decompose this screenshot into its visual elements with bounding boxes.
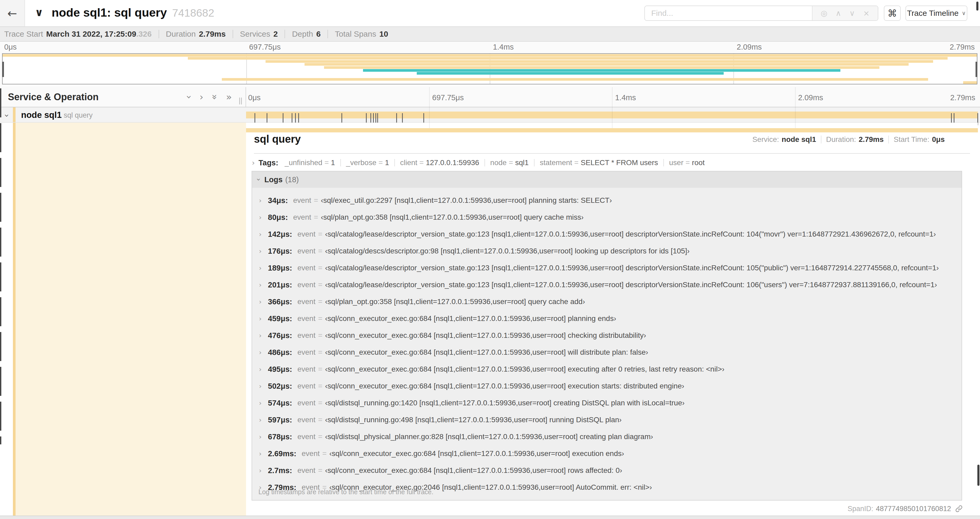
tag-key: statement (540, 158, 572, 167)
log-expand-chevron-icon[interactable]: › (259, 399, 268, 407)
log-expand-chevron-icon[interactable]: › (259, 416, 268, 424)
tag-equals: = (419, 158, 423, 167)
logs-footer-note: Log timestamps are relative to the start… (258, 488, 433, 496)
tag-item[interactable]: _unfinished=1 (285, 158, 335, 167)
keyboard-shortcuts-button[interactable]: ⌘ (884, 6, 901, 21)
log-equals: = (318, 297, 322, 306)
collapse-all-icon[interactable]: » (210, 94, 220, 100)
log-expand-chevron-icon[interactable]: › (259, 230, 268, 238)
log-timestamp: 502μs: (268, 382, 292, 391)
log-expand-chevron-icon[interactable]: › (259, 248, 268, 255)
log-row[interactable]: ›476μs:event=‹sql/conn_executor_exec.go:… (252, 327, 962, 344)
minimap-canvas[interactable] (2, 53, 977, 85)
tags-label: Tags: (258, 158, 278, 167)
log-row[interactable]: ›574μs:event=‹sql/distsql_running.go:142… (252, 394, 962, 411)
span-collapse-chevron-icon[interactable]: › (2, 114, 11, 117)
meta-label: Start Time: (894, 135, 929, 144)
log-expand-chevron-icon[interactable]: › (259, 349, 268, 356)
log-field-name: event (293, 213, 312, 222)
tag-item[interactable]: _verbose=1 (346, 158, 389, 167)
minimap-span-bar (417, 72, 724, 75)
tags-expand-chevron-icon[interactable]: › (252, 158, 255, 167)
logs-header[interactable]: › Logs (18) (252, 171, 962, 188)
span-operation-name[interactable]: sql query (64, 111, 93, 120)
meta-value: node sql1 (782, 135, 816, 144)
info-label: Depth (292, 30, 313, 38)
tag-item[interactable]: statement=SELECT * FROM users (540, 158, 658, 167)
log-expand-chevron-icon[interactable]: › (259, 467, 268, 474)
log-timestamp: 201μs: (268, 281, 292, 289)
log-equals: = (318, 382, 322, 390)
logs-collapse-chevron-icon[interactable]: › (255, 178, 262, 181)
log-expand-chevron-icon[interactable]: › (259, 264, 268, 272)
span-row[interactable]: › node sql1 sql query (0, 107, 980, 123)
minimap-left-drag-handle[interactable] (2, 62, 4, 77)
trace-info-item: Services2 (240, 30, 278, 38)
log-field-name: event (298, 230, 316, 238)
log-row[interactable]: ›189μs:event=‹sql/catalog/lease/descript… (252, 260, 962, 276)
info-value: 2.79ms (199, 30, 226, 38)
minimap-right-drag-handle[interactable] (975, 62, 977, 77)
log-row[interactable]: ›142μs:event=‹sql/catalog/lease/descript… (252, 226, 962, 243)
log-value: ‹sql/catalog/lease/descriptor_version_st… (325, 230, 936, 238)
span-id-row: SpanID: 4877749850101760812 (848, 505, 963, 513)
span-duration-bar[interactable] (246, 112, 978, 118)
tag-item[interactable]: node=sql1 (490, 158, 529, 167)
log-equals: = (318, 348, 322, 356)
collapse-one-icon[interactable]: › (185, 95, 194, 99)
scrollbar-thumb-bottom[interactable] (977, 465, 980, 486)
log-row[interactable]: ›495μs:event=‹sql/conn_executor_exec.go:… (252, 361, 962, 378)
log-expand-chevron-icon[interactable]: › (259, 450, 268, 458)
minimap-span-bar (324, 66, 879, 69)
log-expand-chevron-icon[interactable]: › (259, 315, 268, 323)
log-value: ‹sql/exec_util.go:2297 [nsql1,client=127… (321, 196, 612, 204)
back-button[interactable]: ← (0, 0, 25, 26)
log-row[interactable]: ›176μs:event=‹sql/catalog/descs/descript… (252, 243, 962, 260)
log-expand-chevron-icon[interactable]: › (259, 197, 268, 204)
tags-row[interactable]: › Tags: _unfinished=1_verbose=1client=12… (252, 156, 705, 169)
info-separator (159, 30, 159, 38)
log-row[interactable]: ›486μs:event=‹sql/conn_executor_exec.go:… (252, 344, 962, 361)
log-expand-chevron-icon[interactable]: › (259, 382, 268, 390)
span-service-name[interactable]: node sql1 (21, 110, 62, 120)
log-row[interactable]: ›678μs:event=‹sql/distsql_physical_plann… (252, 428, 962, 445)
find-input[interactable] (645, 6, 812, 20)
tag-item[interactable]: user=root (669, 158, 705, 167)
meta-separator (821, 136, 821, 144)
log-row[interactable]: ›2.7ms:event=‹sql/conn_executor_exec.go:… (252, 462, 962, 479)
log-row[interactable]: ›34μs:event=‹sql/exec_util.go:2297 [nsql… (252, 192, 962, 209)
log-expand-chevron-icon[interactable]: › (259, 366, 268, 373)
tag-separator (340, 159, 341, 166)
info-separator (328, 30, 328, 38)
expand-one-icon[interactable]: › (200, 92, 204, 102)
log-expand-chevron-icon[interactable]: › (259, 298, 268, 306)
log-row[interactable]: ›502μs:event=‹sql/conn_executor_exec.go:… (252, 378, 962, 394)
view-selector-button[interactable]: Trace Timeline ∨ (905, 6, 967, 21)
deep-link-icon[interactable] (955, 505, 963, 513)
log-row[interactable]: ›597μs:event=‹sql/distsql_running.go:498… (252, 411, 962, 428)
scrollbar-thumb-top[interactable] (976, 2, 978, 11)
log-expand-chevron-icon[interactable]: › (259, 281, 268, 289)
log-row[interactable]: ›366μs:event=‹sql/plan_opt.go:358 [nsql1… (252, 293, 962, 310)
log-equals: = (318, 230, 322, 238)
column-resizer-grip[interactable] (239, 97, 242, 104)
log-row[interactable]: ›201μs:event=‹sql/catalog/lease/descript… (252, 276, 962, 293)
clear-search-icon[interactable]: × (863, 9, 869, 18)
expand-all-icon[interactable]: » (226, 92, 232, 102)
prev-result-icon[interactable]: ∧ (836, 9, 841, 18)
log-row[interactable]: ›80μs:event=‹sql/plan_opt.go:358 [nsql1,… (252, 209, 962, 226)
locate-icon[interactable]: ◎ (821, 9, 827, 18)
trace-info-bar: Trace StartMarch 31 2022, 17:25:09.326Du… (0, 26, 980, 42)
find-box: ◎ ∧ ∨ × (644, 6, 878, 21)
log-timestamp: 142μs: (268, 230, 292, 239)
log-expand-chevron-icon[interactable]: › (259, 433, 268, 441)
log-row[interactable]: ›2.69ms:event=‹sql/conn_executor_exec.go… (252, 445, 962, 462)
trace-collapse-chevron-icon[interactable]: ∨ (35, 6, 43, 18)
log-row[interactable]: ›459μs:event=‹sql/conn_executor_exec.go:… (252, 310, 962, 327)
log-expand-chevron-icon[interactable]: › (259, 332, 268, 339)
log-expand-chevron-icon[interactable]: › (259, 214, 268, 221)
span-detail-panel: sql query Service:node sql1Duration:2.79… (246, 123, 978, 516)
next-result-icon[interactable]: ∨ (850, 9, 855, 18)
log-equals: = (318, 264, 322, 272)
tag-item[interactable]: client=127.0.0.1:59936 (400, 158, 479, 167)
